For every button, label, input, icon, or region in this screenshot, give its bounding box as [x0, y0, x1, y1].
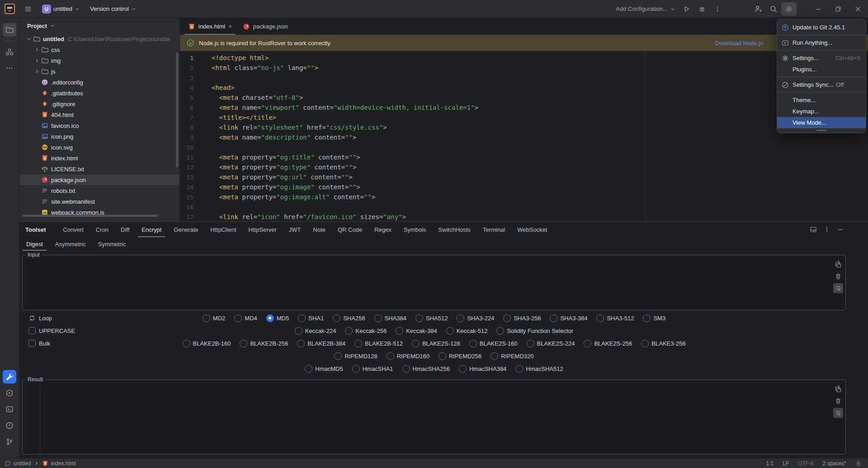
code-line[interactable]: 3	[180, 73, 868, 83]
radio-ripemd320[interactable]: RIPEMD320	[491, 352, 533, 360]
tree-item-404-html[interactable]: 5404.html	[19, 109, 179, 120]
radio-hmacsha256[interactable]: HmacSHA256	[402, 365, 450, 373]
structure-tool-button[interactable]	[3, 45, 16, 59]
encoding-widget[interactable]: UTF-8	[798, 460, 813, 467]
vcs-widget[interactable]: Version control	[86, 2, 140, 16]
radio-keccak-224[interactable]: Keccak-224	[295, 327, 336, 335]
menu-item-view-mode[interactable]: View Mode...	[777, 117, 866, 128]
loop-button[interactable]: Loop	[28, 314, 52, 322]
debug-button[interactable]	[694, 2, 710, 16]
problems-tool-button[interactable]	[3, 419, 16, 432]
menu-resize-grip[interactable]	[816, 130, 826, 131]
tree-item-css[interactable]: css	[19, 44, 179, 55]
radio-sha384[interactable]: SHA384	[374, 314, 406, 322]
result-copy-button[interactable]	[833, 384, 843, 394]
settings-button[interactable]	[781, 2, 797, 16]
code-line[interactable]: 4<head>	[180, 83, 868, 93]
line-ending-widget[interactable]: LF	[783, 460, 789, 467]
radio-sm3[interactable]: SM3	[643, 314, 665, 322]
close-tab-icon[interactable]: ×	[228, 23, 232, 29]
radio-blake2b-512[interactable]: BLAKE2B-512	[354, 340, 403, 347]
code-line[interactable]: 14 <meta property="og:image" content="">	[180, 182, 868, 192]
result-clear-button[interactable]	[833, 396, 843, 406]
tree-item-icon-svg[interactable]: SVGicon.svg	[19, 142, 179, 153]
project-panel-header[interactable]: Project	[19, 18, 179, 33]
toolset-tab-qr-code[interactable]: QR Code	[337, 222, 363, 237]
code-line[interactable]: 6 <meta name="viewport" content="width=d…	[180, 103, 868, 112]
menu-item-run-anything[interactable]: Run Anything...	[777, 37, 866, 48]
radio-blake2b-256[interactable]: BLAKE2B-256	[240, 340, 288, 347]
readonly-toggle-button[interactable]	[855, 460, 862, 467]
radio-sha3-512[interactable]: SHA3-512	[596, 314, 634, 322]
tree-item-robots-txt[interactable]: robots.txt	[19, 185, 179, 196]
add-user-button[interactable]	[750, 2, 766, 16]
toolset-tab-regex[interactable]: Regex	[373, 222, 392, 237]
menu-item-plugins[interactable]: Plugins...	[777, 64, 866, 75]
radio-hmacmd5[interactable]: HmacMD5	[305, 365, 343, 373]
code-line[interactable]: 7 <title></title>	[180, 112, 868, 122]
menu-item-settings-sync[interactable]: Settings Sync...Off	[777, 79, 866, 90]
toolwindow-hide-button[interactable]	[837, 226, 844, 233]
toolset-tab-cron[interactable]: Cron	[95, 222, 109, 237]
menu-item-keymap[interactable]: Keymap...	[777, 106, 866, 117]
radio-sha3-256[interactable]: SHA3-256	[503, 314, 541, 322]
toolset-tool-button[interactable]	[3, 370, 16, 384]
radio-sha3-384[interactable]: SHA3-384	[550, 314, 587, 322]
radio-hmacsha1[interactable]: HmacSHA1	[352, 365, 393, 373]
code-line[interactable]: 15 <meta property="og:image:alt" content…	[180, 192, 868, 202]
radio-ripemd128[interactable]: RIPEMD128	[334, 352, 377, 360]
radio-keccak-512[interactable]: Keccak-512	[446, 327, 488, 335]
radio-md2[interactable]: MD2	[203, 314, 225, 322]
radio-sha3-224[interactable]: SHA3-224	[457, 314, 494, 322]
input-clear-button[interactable]	[833, 271, 843, 281]
toolset-tab-note[interactable]: Note	[312, 222, 326, 237]
tree-item-img[interactable]: img	[19, 55, 179, 66]
toolset-tab-websocket[interactable]: WebSocket	[516, 222, 548, 237]
run-configuration-selector[interactable]: Add Configuration...	[612, 2, 679, 16]
code-line[interactable]: 13 <meta property="og:url" content="">	[180, 172, 868, 182]
tree-item-gitattributes[interactable]: .gitattributes	[19, 88, 179, 98]
tree-item-favicon-ico[interactable]: favicon.ico	[19, 120, 179, 131]
radio-md4[interactable]: MD4	[234, 314, 257, 322]
terminal-tool-button[interactable]	[3, 402, 16, 416]
code-editor[interactable]: 1<!doctype html>2<html class="no-js" lan…	[180, 51, 868, 221]
bulk-checkbox[interactable]: Bulk	[28, 338, 75, 348]
more-tool-windows-button[interactable]	[3, 61, 16, 75]
input-copy-button[interactable]	[833, 260, 843, 270]
uppercase-checkbox[interactable]: UPPERCASE	[28, 326, 75, 336]
toolwindow-layout-button[interactable]	[810, 226, 817, 233]
menu-item-theme[interactable]: Theme...	[777, 94, 866, 106]
result-softwrap-button[interactable]	[833, 408, 843, 418]
code-line[interactable]: 10	[180, 142, 868, 152]
code-line[interactable]: 9 <meta name="description" content="">	[180, 132, 868, 142]
close-button[interactable]	[848, 0, 868, 18]
code-line[interactable]: 1<!doctype html>	[180, 53, 868, 63]
code-line[interactable]: 2<html class="no-js" lang="">	[180, 63, 868, 73]
code-line[interactable]: 8 <link rel="stylesheet" href="css/style…	[180, 122, 868, 132]
input-softwrap-button[interactable]	[833, 283, 843, 293]
radio-ripemd160[interactable]: RIPEMD160	[387, 352, 429, 360]
tree-item-js[interactable]: js	[19, 66, 179, 77]
radio-sha512[interactable]: SHA512	[415, 314, 448, 322]
toolwindow-options-button[interactable]	[823, 226, 830, 233]
radio-keccak-384[interactable]: Keccak-384	[396, 327, 437, 335]
main-menu-button[interactable]	[20, 2, 36, 16]
radio-blake2s-224[interactable]: BLAKE2S-224	[527, 340, 575, 347]
tree-item-untitled[interactable]: untitledC:\Users\User\RustroverProjects\…	[19, 33, 179, 44]
project-tool-button[interactable]	[3, 23, 16, 37]
toolset-tab-diff[interactable]: Diff	[120, 222, 130, 237]
menu-item-update-to-git-2-45-1[interactable]: Update to Git 2.45.1	[777, 22, 866, 33]
menu-item-settings[interactable]: Settings...Ctrl+Alt+S	[777, 52, 866, 64]
encrypt-subtab-asymmetric[interactable]: Asymmetric	[54, 237, 87, 251]
tree-item-icon-png[interactable]: icon.png	[19, 131, 179, 142]
toolset-tab-switchhosts[interactable]: SwitchHosts	[438, 222, 472, 237]
radio-blake3-256[interactable]: BLAKE3-256	[641, 340, 685, 347]
result-panel[interactable]: Result 1	[22, 376, 846, 454]
radio-blake2s-256[interactable]: BLAKE2S-256	[584, 340, 632, 347]
caret-position-widget[interactable]: 1:1	[766, 460, 774, 467]
editor-tab-package-json[interactable]: package.json	[237, 18, 293, 35]
radio-blake2b-384[interactable]: BLAKE2B-384	[297, 340, 345, 347]
radio-sha256[interactable]: SHA256	[333, 314, 365, 322]
radio-ripemd256[interactable]: RIPEMD256	[439, 352, 481, 360]
tree-item-index-html[interactable]: 5index.html	[19, 153, 179, 164]
